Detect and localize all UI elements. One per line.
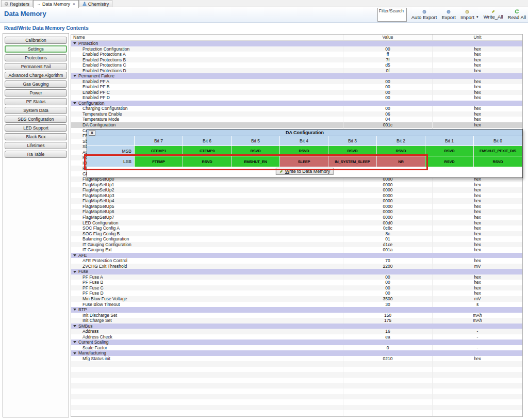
section-chevron-icon[interactable] — [73, 352, 76, 354]
section-chevron-icon[interactable] — [73, 42, 76, 44]
toolbar-write-all-button[interactable]: Write_All — [484, 10, 503, 20]
table-row[interactable]: FlagMapSetUp70000hex — [71, 215, 522, 220]
table-row[interactable]: Enabled PF A00hex — [71, 79, 522, 85]
sidebar-item-gas-gauging[interactable]: Gas Gauging — [5, 80, 67, 88]
table-row[interactable]: Balancing Configuration01hex — [71, 236, 522, 242]
tab-registers[interactable]: Registers — [1, 0, 33, 7]
table-row[interactable]: FlagMapSetUp40000hex — [71, 198, 522, 204]
bit-cell-rsvd[interactable]: RSVD — [425, 146, 474, 156]
table-row[interactable]: Address16- — [71, 329, 522, 334]
toolbar-read-all-button[interactable]: Read All — [508, 9, 526, 20]
sidebar-item-permanent-fail[interactable]: Permanent Fail — [5, 63, 67, 70]
toolbar-import-button[interactable]: Import — [460, 10, 474, 20]
table-row[interactable]: PF Fuse C00hex — [71, 285, 522, 291]
table-row[interactable]: Init Charge Set175mAh — [71, 318, 522, 324]
section-chevron-icon[interactable] — [73, 102, 76, 104]
table-row[interactable]: SOC Flag Config B8chex — [71, 231, 522, 237]
table-row[interactable]: Init Discharge Set150mAh — [71, 313, 522, 318]
table-row[interactable]: Enabled Protections D0fhex — [71, 68, 522, 74]
sidebar-item-led-support[interactable]: LED Support — [5, 124, 67, 132]
bit-cell-rsvd[interactable]: RSVD — [425, 156, 474, 167]
table-section-row[interactable]: SMBus — [71, 324, 522, 329]
toolbar-auto-export-button[interactable]: Auto Export — [411, 10, 437, 20]
table-section-row[interactable]: BTP — [71, 307, 522, 313]
sidebar-item-lifetimes[interactable]: Lifetimes — [5, 142, 67, 149]
table-row[interactable]: Protection Configuration00hex — [71, 46, 522, 52]
table-row[interactable]: LED Configuration00d0hex — [71, 220, 522, 226]
sidebar-item-ra-table[interactable]: Ra Table — [5, 151, 67, 158]
bit-cell-sleep[interactable]: SLEEP — [280, 156, 328, 167]
table-section-row[interactable]: Current Scaling — [71, 340, 522, 345]
bit-cell-ctemp0[interactable]: CTEMP0 — [183, 146, 232, 156]
table-row[interactable]: IT Gauging Ext001ahex — [71, 247, 522, 253]
table-row[interactable]: PF Fuse B00hex — [71, 280, 522, 285]
sidebar-item-power[interactable]: Power — [5, 89, 67, 96]
table-row[interactable]: FlagMapSetUp50000hex — [71, 204, 522, 209]
sidebar-item-black-box[interactable]: Black Box — [5, 133, 67, 140]
sidebar-item-pf-status[interactable]: PF Status — [5, 98, 67, 105]
popup-close-button[interactable]: X — [89, 130, 95, 136]
table-row[interactable]: Enabled PF B00hex — [71, 84, 522, 90]
table-row[interactable]: DA Configuration001chex — [71, 122, 522, 128]
section-chevron-icon[interactable] — [73, 75, 76, 77]
section-chevron-icon[interactable] — [73, 309, 76, 311]
bit-cell-rsvd[interactable]: RSVD — [183, 156, 232, 167]
table-row[interactable]: Enabled Protections Cd5hex — [71, 62, 522, 68]
bit-cell-emshut-en[interactable]: EMSHUT_EN — [232, 156, 280, 167]
bit-cell-emshut-pexit-dis[interactable]: EMSHUT_PEXIT_DIS — [474, 146, 522, 156]
sidebar-item-settings[interactable]: Settings — [5, 45, 67, 53]
table-section-row[interactable]: Fuse — [71, 269, 522, 274]
table-row[interactable]: Fuse Blow Timeout30s — [71, 302, 522, 308]
table-row[interactable]: Scale Factor0- — [71, 345, 522, 351]
toolbar-export-button[interactable]: Export — [441, 10, 455, 20]
tab-data-memory[interactable]: →Data Memory× — [33, 0, 79, 8]
section-chevron-icon[interactable] — [73, 254, 76, 256]
table-section-row[interactable]: Protection — [71, 41, 522, 46]
bit-cell-in-system-sleep[interactable]: IN_SYSTEM_SLEEP — [328, 156, 377, 167]
sidebar-item-calibration[interactable]: Calibration — [5, 37, 67, 44]
table-row[interactable]: AFE Protection Control70hex — [71, 258, 522, 264]
section-chevron-icon[interactable] — [73, 341, 76, 343]
table-row[interactable]: Temperature Enable06hex — [71, 111, 522, 117]
bit-cell-rsvd[interactable]: RSVD — [377, 146, 425, 156]
table-row[interactable]: Mfg Status init0210hex — [71, 356, 522, 362]
tab-close-icon[interactable]: × — [73, 2, 75, 6]
table-row[interactable]: Address Checkea- — [71, 334, 522, 340]
sidebar-item-advanced-charge-algorithm[interactable]: Advanced Charge Algorithm — [5, 72, 67, 79]
bit-cell-rsvd[interactable]: RSVD — [280, 146, 328, 156]
table-section-row[interactable]: Permanent Failure — [71, 73, 522, 79]
table-section-row[interactable]: Manufacturing — [71, 350, 522, 356]
table-row[interactable]: Charging Configuration00hex — [71, 106, 522, 111]
bit-cell-nr[interactable]: NR — [377, 156, 425, 167]
bit-cell-ftemp[interactable]: FTEMP — [135, 156, 183, 167]
table-section-row[interactable]: AFE — [71, 253, 522, 259]
table-row[interactable]: IT Gauging Configurationd1cehex — [71, 242, 522, 248]
sidebar-item-sbs-configuration[interactable]: SBS Configuration — [5, 116, 67, 123]
table-row[interactable]: ZVCHG Exit Threshold2200mV — [71, 264, 522, 269]
table-row[interactable]: Min Blow Fuse Voltage3500mV — [71, 296, 522, 302]
table-row[interactable]: FlagMapSetUp30000hex — [71, 193, 522, 199]
tab-chemistry[interactable]: Chemistry — [79, 0, 113, 7]
bit-cell-ctemp1[interactable]: CTEMP1 — [135, 146, 183, 156]
sidebar-item-system-data[interactable]: System Data — [5, 107, 67, 114]
table-row[interactable]: Enabled Protections B7fhex — [71, 57, 522, 63]
dropdown-caret-icon[interactable]: ▼ — [476, 11, 479, 19]
table-row[interactable]: FlagMapSetUp20000hex — [71, 187, 522, 193]
table-row[interactable]: FlagMapSetUp60000hex — [71, 209, 522, 215]
table-row[interactable]: Enabled PF D00hex — [71, 95, 522, 101]
table-section-row[interactable]: Configuration — [71, 101, 522, 106]
bit-cell-rsvd[interactable]: RSVD — [474, 156, 522, 167]
table-row[interactable]: SOC Flag Config A0c8chex — [71, 225, 522, 231]
table-row[interactable]: Temperature Mode04hex — [71, 117, 522, 122]
filter-search-input[interactable] — [377, 8, 407, 22]
sidebar-item-protections[interactable]: Protections — [5, 54, 67, 61]
table-row[interactable]: PF Fuse A00hex — [71, 274, 522, 280]
table-row[interactable]: PF Fuse D00hex — [71, 290, 522, 296]
table-row[interactable]: Enabled Protections Affhex — [71, 52, 522, 57]
table-row[interactable]: Enabled PF C00hex — [71, 90, 522, 95]
bit-cell-rsvd[interactable]: RSVD — [328, 146, 377, 156]
section-chevron-icon[interactable] — [73, 325, 76, 327]
bit-cell-rsvd[interactable]: RSVD — [232, 146, 280, 156]
section-chevron-icon[interactable] — [73, 271, 76, 273]
table-row[interactable]: FlagMapSetUp10000hex — [71, 182, 522, 188]
